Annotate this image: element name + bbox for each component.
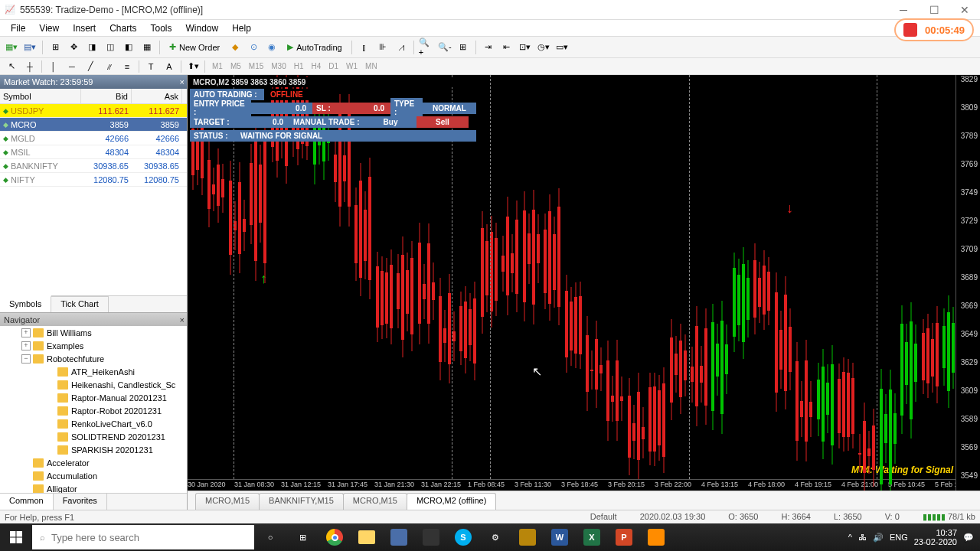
tab-favorites[interactable]: Favorites — [54, 494, 107, 510]
market-watch-icon[interactable]: ⊞ — [47, 39, 64, 56]
network-icon[interactable]: 🖧 — [858, 533, 867, 542]
timeframe-H1[interactable]: H1 — [290, 60, 308, 72]
chart-tab[interactable]: MCRO,M15 — [343, 493, 407, 510]
chart-tab[interactable]: BANKNIFTY,M15 — [259, 493, 344, 510]
indicators-icon[interactable]: ⊡▾ — [517, 39, 534, 56]
menu-window[interactable]: Window — [180, 21, 225, 35]
text-icon[interactable]: T — [142, 59, 159, 74]
record-stop-icon[interactable] — [903, 23, 917, 37]
maximize-button[interactable]: ☐ — [919, 0, 949, 20]
market-watch-row[interactable]: ◆MCRO38593859 — [0, 118, 187, 132]
skype-icon[interactable]: S — [447, 523, 479, 551]
market-icon[interactable]: ◉ — [263, 39, 280, 56]
market-watch-close-icon[interactable]: × — [180, 77, 185, 86]
timeframe-M30[interactable]: M30 — [267, 60, 289, 72]
taskbar-search[interactable]: ⌕ — [32, 525, 254, 549]
close-button[interactable]: ✕ — [949, 0, 980, 20]
periodicity-icon[interactable]: ◷▾ — [535, 39, 552, 56]
vertical-line-icon[interactable]: │ — [45, 59, 62, 74]
crosshair-icon[interactable]: ✥ — [65, 39, 82, 56]
menu-file[interactable]: File — [5, 21, 31, 35]
nav-item[interactable]: Alligator — [0, 482, 187, 493]
nav-item[interactable]: +Examples — [0, 339, 187, 352]
menu-view[interactable]: View — [33, 21, 65, 35]
auto-trading-button[interactable]: ▶AutoTrading — [282, 39, 348, 56]
task-view-icon[interactable]: ⊞ — [286, 523, 318, 551]
app-icon-2[interactable] — [415, 523, 447, 551]
app-icon-3[interactable] — [640, 523, 672, 551]
terminal-icon[interactable]: ◧ — [120, 39, 137, 56]
windows-start-button[interactable] — [0, 523, 32, 551]
channel-icon[interactable]: ⫽ — [100, 59, 117, 74]
horizontal-line-icon[interactable]: ─ — [64, 59, 80, 74]
profiles-icon[interactable]: ▤▾ — [21, 39, 38, 56]
nav-item[interactable]: SOLIDTREND 20201231 — [0, 430, 187, 443]
app-icon-1[interactable] — [383, 523, 415, 551]
text-label-icon[interactable]: A — [161, 59, 178, 74]
zoom-in-icon[interactable]: 🔍+ — [418, 39, 435, 56]
chrome-icon[interactable] — [318, 523, 351, 551]
word-icon[interactable]: W — [544, 523, 576, 551]
tab-common[interactable]: Common — [0, 494, 54, 510]
market-watch-row[interactable]: ◆NIFTY12080.7512080.75 — [0, 173, 187, 187]
navigator-close-icon[interactable]: × — [180, 315, 185, 324]
sell-button[interactable]: Sell — [416, 116, 469, 128]
signals-icon[interactable]: ⊙ — [245, 39, 262, 56]
chart-tab[interactable]: MCRO,M2 (offline) — [407, 493, 496, 510]
nav-item[interactable]: Raptor-Manual 20201231 — [0, 391, 187, 404]
screen-recorder[interactable]: 00:05:49 — [894, 18, 974, 41]
new-chart-icon[interactable]: ▦▾ — [3, 39, 20, 56]
tab-tick-chart[interactable]: Tick Chart — [51, 296, 109, 312]
timeframe-MN[interactable]: MN — [361, 60, 381, 72]
zoom-out-icon[interactable]: 🔍- — [436, 39, 453, 56]
trendline-icon[interactable]: ╱ — [82, 59, 99, 74]
nav-item[interactable]: −Robotechfuture — [0, 352, 187, 365]
nav-item[interactable]: ATR_HeikenAshi — [0, 365, 187, 378]
nav-item[interactable]: SPARKISH 20201231 — [0, 443, 187, 456]
templates-icon[interactable]: ▭▾ — [554, 39, 570, 56]
timeframe-H4[interactable]: H4 — [308, 60, 325, 72]
buy-button[interactable]: Buy — [364, 116, 416, 128]
tile-windows-icon[interactable]: ⊞ — [455, 39, 472, 56]
system-tray[interactable]: ^ 🖧 🔊 ENG 10:37 23-02-2020 💬 — [848, 528, 980, 546]
market-watch-row[interactable]: ◆USDJPY111.621111.627 — [0, 104, 187, 118]
data-window-icon[interactable]: ◨ — [83, 39, 100, 56]
metaquotes-icon[interactable]: ◆ — [227, 39, 243, 56]
nav-item[interactable]: +Bill Williams — [0, 326, 187, 339]
menu-charts[interactable]: Charts — [103, 21, 142, 35]
chart-tab[interactable]: MCRO,M15 — [195, 493, 260, 510]
crosshair-tool-icon[interactable]: ┼ — [21, 59, 38, 74]
tray-expand-icon[interactable]: ^ — [848, 533, 852, 542]
volume-icon[interactable]: 🔊 — [873, 533, 884, 543]
minimize-button[interactable]: ─ — [888, 0, 919, 20]
file-explorer-icon[interactable] — [351, 523, 383, 551]
new-order-button[interactable]: ✚New Order — [164, 39, 225, 56]
timeframe-M5[interactable]: M5 — [227, 60, 245, 72]
auto-scroll-icon[interactable]: ⇥ — [480, 39, 497, 56]
menu-help[interactable]: Help — [226, 21, 257, 35]
menu-tools[interactable]: Tools — [145, 21, 178, 35]
candlestick-icon[interactable]: ⊪ — [374, 39, 391, 56]
cursor-icon[interactable]: ↖ — [3, 59, 20, 74]
bar-chart-icon[interactable]: ⫿ — [356, 39, 373, 56]
timeframe-M1[interactable]: M1 — [208, 60, 227, 72]
market-watch-row[interactable]: ◆MSIL4830448304 — [0, 145, 187, 159]
menu-insert[interactable]: Insert — [67, 21, 102, 35]
excel-icon[interactable]: X — [576, 523, 608, 551]
nav-item[interactable]: Accelerator — [0, 456, 187, 469]
tab-symbols[interactable]: Symbols — [0, 295, 51, 312]
nav-item[interactable]: Accumulation — [0, 469, 187, 482]
nav-item[interactable]: Raptor-Robot 20201231 — [0, 404, 187, 417]
timeframe-W1[interactable]: W1 — [342, 60, 361, 72]
fibonacci-icon[interactable]: ≡ — [119, 59, 136, 74]
arrows-icon[interactable]: ⬆▾ — [185, 59, 201, 74]
navigator-icon[interactable]: ◫ — [102, 39, 119, 56]
timeframe-M15[interactable]: M15 — [245, 60, 267, 72]
search-input[interactable] — [51, 532, 247, 543]
notifications-icon[interactable]: 💬 — [963, 533, 974, 543]
market-watch-row[interactable]: ◆BANKNIFTY30938.6530938.65 — [0, 159, 187, 173]
db-icon[interactable] — [511, 523, 544, 551]
powerpoint-icon[interactable]: P — [608, 523, 640, 551]
timeframe-D1[interactable]: D1 — [325, 60, 342, 72]
nav-item[interactable]: RenkoLiveChart_v6.0 — [0, 417, 187, 430]
